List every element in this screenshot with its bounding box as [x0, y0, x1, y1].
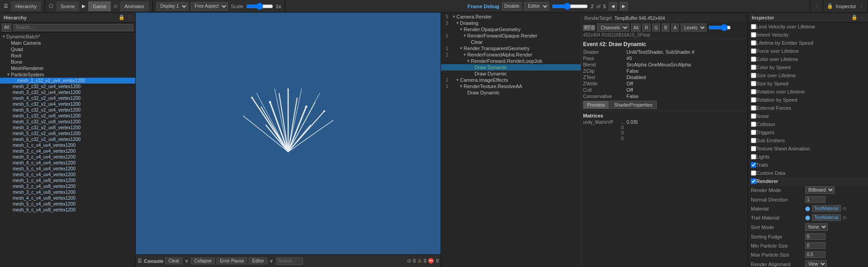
- hierarchy-tab[interactable]: Hierarchy: [11, 1, 41, 11]
- size-by-speed-checkbox[interactable]: [751, 81, 756, 86]
- disable-btn[interactable]: Disable: [502, 2, 522, 10]
- insp-item-limit-velocity[interactable]: Limit Velocity over Lifetime: [748, 23, 868, 31]
- fd-tree-item[interactable]: 1 ▼ RenderTexture.ResolveAA: [441, 83, 581, 89]
- list-item[interactable]: mesh_3_c_v4_uv4_vertex1200: [0, 154, 135, 160]
- inherit-velocity-checkbox[interactable]: [751, 32, 756, 37]
- list-item[interactable]: mesh_1_c_v4_uv4_vertex1200: [0, 142, 135, 148]
- a-channel-btn[interactable]: A: [671, 23, 679, 32]
- console-clear-btn[interactable]: Clear: [165, 258, 182, 264]
- collision-checkbox[interactable]: [751, 122, 756, 127]
- lights-checkbox[interactable]: [751, 154, 756, 159]
- list-item[interactable]: mesh_6_c32_v2_uv8_vertex1200: [0, 136, 135, 142]
- list-item[interactable]: mesh_4_c32_v2_uv4_vertex1200: [0, 95, 135, 101]
- fd-tree-item[interactable]: 1 ▼ RenderForwardOpaque.Render: [441, 33, 581, 39]
- inspector-lock-btn[interactable]: 🔒: [851, 14, 858, 20]
- inspector-more-options-btn[interactable]: ⋮: [859, 14, 864, 20]
- list-item[interactable]: mesh_1_c32_v2_uv4_vertex1200: [0, 78, 135, 84]
- fd-tree-item[interactable]: 2 ▼ RenderForwardAlpha.Render: [441, 52, 581, 58]
- levels-select[interactable]: Levels: [681, 23, 707, 32]
- fd-tree-item[interactable]: Draw Dynamic: [441, 70, 581, 77]
- sorting-fudge-input[interactable]: [805, 233, 825, 240]
- insp-item-external-forces[interactable]: External Forces: [748, 104, 868, 112]
- color-over-lifetime-checkbox[interactable]: [751, 56, 756, 62]
- shader-props-tab-btn[interactable]: ShaderProperties: [610, 101, 657, 109]
- trail-material-select-btn[interactable]: ⊙: [843, 215, 846, 220]
- fd-tree-item[interactable]: Draw Dynamic: [441, 89, 581, 96]
- inspector-more-btn[interactable]: ⋮: [859, 3, 864, 9]
- list-item[interactable]: ▼ DynamicBatch*: [0, 33, 135, 40]
- fd-tree-item[interactable]: 1 ▼ Render.TransparentGeometry: [441, 45, 581, 52]
- list-item[interactable]: mesh_2_c_v4_uv4_vertex1200: [0, 148, 135, 154]
- error-pause-btn[interactable]: Error Pause: [217, 258, 247, 264]
- game-canvas[interactable]: [136, 13, 441, 254]
- sort-mode-select[interactable]: None: [805, 223, 828, 231]
- fd-tree-item[interactable]: ▼ RenderForward.RenderLoopJob: [441, 58, 581, 64]
- collapse-btn[interactable]: Collapse: [191, 258, 215, 264]
- list-item[interactable]: mesh_1_c32_v2_uv8_vertex1200: [0, 113, 135, 119]
- list-item[interactable]: mesh_6_c_v4_uv4_vertex1200: [0, 172, 135, 178]
- scale-slider[interactable]: [246, 3, 273, 9]
- noise-checkbox[interactable]: [751, 113, 756, 119]
- triggers-checkbox[interactable]: [751, 130, 756, 135]
- insp-item-noise[interactable]: Noise: [748, 112, 868, 120]
- game-tab[interactable]: Game: [88, 1, 111, 11]
- hierarchy-more-btn[interactable]: ⋮: [127, 14, 132, 20]
- g-channel-btn[interactable]: G: [652, 23, 660, 32]
- r-channel-btn[interactable]: R: [642, 23, 650, 32]
- fd-tree-item[interactable]: 5 ▼ Camera.Render: [441, 14, 581, 20]
- fd-tree-item[interactable]: 3 ▼ Drawing: [441, 20, 581, 26]
- list-item[interactable]: Quad: [0, 46, 135, 52]
- list-item[interactable]: mesh_3_c_v4_uv8_vertex1200: [0, 189, 135, 195]
- insp-item-lights[interactable]: Lights: [748, 153, 868, 161]
- fd-tree-item-draw-dynamic-selected[interactable]: Draw Dynamic: [441, 64, 581, 70]
- list-item[interactable]: mesh_5_c_v4_uv4_vertex1200: [0, 166, 135, 172]
- list-item[interactable]: Bone: [0, 59, 135, 65]
- all-channel-btn[interactable]: All: [631, 23, 640, 32]
- insp-item-lifetime-emitter-speed[interactable]: Lifetime by Emitter Speed: [748, 39, 868, 47]
- prev-frame-btn[interactable]: ◀: [609, 2, 617, 10]
- levels-slider[interactable]: [708, 25, 731, 30]
- list-item[interactable]: mesh_2_c_v4_uv8_vertex1200: [0, 183, 135, 189]
- list-item[interactable]: mesh_5_c32_v2_uv8_vertex1200: [0, 131, 135, 136]
- insp-item-rotation-over-lifetime[interactable]: Rotation over Lifetime: [748, 88, 868, 96]
- insp-item-triggers[interactable]: Triggers: [748, 128, 868, 136]
- console-search[interactable]: [276, 258, 303, 265]
- insp-item-trails[interactable]: Trails: [748, 161, 868, 169]
- insp-item-rotation-by-speed[interactable]: Rotation by Speed: [748, 96, 868, 104]
- rotation-over-lifetime-checkbox[interactable]: [751, 89, 756, 94]
- custom-data-checkbox[interactable]: [751, 170, 756, 176]
- list-item[interactable]: mesh_3_c32_v2_uv4_vertex1200: [0, 89, 135, 95]
- aspect-select[interactable]: Free Aspect: [191, 2, 228, 10]
- list-item[interactable]: mesh_2_c32_v2_uv8_vertex1200: [0, 119, 135, 125]
- limit-velocity-checkbox[interactable]: [751, 24, 756, 29]
- hierarchy-all-btn[interactable]: All: [2, 23, 11, 32]
- rotation-by-speed-checkbox[interactable]: [751, 97, 756, 103]
- lifetime-emitter-speed-checkbox[interactable]: [751, 40, 756, 46]
- insp-item-texture-sheet-animation[interactable]: Texture Sheet Animation: [748, 145, 868, 153]
- insp-item-sub-emitters[interactable]: Sub Emitters: [748, 136, 868, 145]
- more-options-btn[interactable]: ⋮: [814, 3, 819, 9]
- list-item[interactable]: mesh_5_c_v4_uv8_vertex1200: [0, 201, 135, 207]
- list-item[interactable]: mesh_2_c32_v2_uv4_vertex1200: [0, 84, 135, 89]
- min-particle-size-input[interactable]: [805, 242, 825, 249]
- list-item[interactable]: mesh_1_c_v4_uv8_vertex1200: [0, 178, 135, 183]
- list-item[interactable]: mesh_5_c32_v2_uv4_vertex1200: [0, 101, 135, 107]
- list-item[interactable]: Main Camera: [0, 40, 135, 46]
- fd-tree-item[interactable]: ▼ Render.OpaqueGeometry: [441, 26, 581, 33]
- external-forces-checkbox[interactable]: [751, 105, 756, 111]
- list-item[interactable]: mesh_6_c32_v2_uv4_vertex1200: [0, 107, 135, 113]
- material-ref[interactable]: TestMaterial: [812, 205, 841, 212]
- insp-item-force-over-lifetime[interactable]: Force over Lifetime: [748, 47, 868, 55]
- normal-direction-input[interactable]: [805, 196, 825, 203]
- list-item[interactable]: ▼ ParticleSystem: [0, 71, 135, 78]
- scene-tab[interactable]: Scene: [56, 1, 79, 11]
- insp-item-size-by-speed[interactable]: Size by Speed: [748, 80, 868, 88]
- hierarchy-search[interactable]: [13, 24, 133, 31]
- editor-filter-btn[interactable]: Editor: [249, 258, 267, 264]
- insp-item-custom-data[interactable]: Custom Data: [748, 169, 868, 177]
- next-frame-btn[interactable]: ▶: [620, 2, 628, 10]
- animator-tab[interactable]: Animator: [120, 1, 149, 11]
- force-over-lifetime-checkbox[interactable]: [751, 48, 756, 54]
- list-item[interactable]: mesh_6_c_v4_uv8_vertex1200: [0, 207, 135, 213]
- preview-tab-btn[interactable]: Preview: [583, 101, 609, 109]
